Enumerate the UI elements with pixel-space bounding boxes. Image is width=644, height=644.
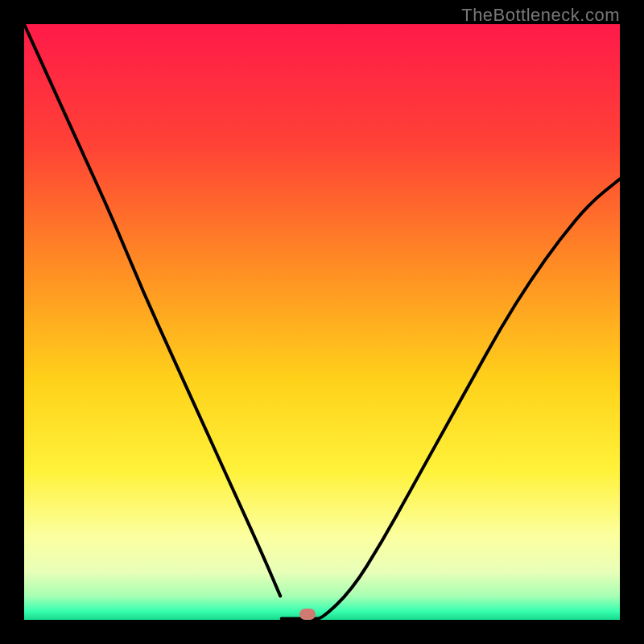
chart-frame: TheBottleneck.com: [0, 0, 644, 644]
bottleneck-curve: [24, 24, 620, 620]
plot-area: [24, 24, 620, 620]
watermark-text: TheBottleneck.com: [461, 5, 620, 26]
optimal-point-marker: [299, 609, 316, 620]
